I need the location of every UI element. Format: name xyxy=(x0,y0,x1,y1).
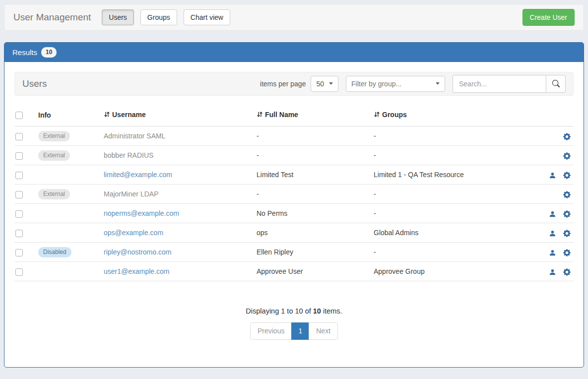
full-name-cell: No Perms xyxy=(257,204,374,223)
column-header-full-name[interactable]: Full Name xyxy=(257,99,374,126)
full-name-cell: Ellen Ripley xyxy=(257,243,374,262)
items-per-page-select[interactable]: 50 xyxy=(311,76,338,92)
gear-icon[interactable] xyxy=(563,230,571,237)
results-panel-body: Users items per page 50 Filter by group.… xyxy=(4,62,584,350)
row-actions xyxy=(535,262,574,281)
sort-arrows-icon xyxy=(104,111,110,118)
full-name-cell: Approvee User xyxy=(257,262,374,281)
info-badge: External xyxy=(38,150,70,161)
row-actions xyxy=(535,126,574,146)
sort-arrows-icon xyxy=(257,111,263,118)
table-row: External MajorMiner LDAP - - xyxy=(14,185,574,204)
row-checkbox[interactable] xyxy=(15,210,23,218)
row-actions xyxy=(535,243,574,262)
username-cell-text[interactable]: noperms@example.com xyxy=(104,209,179,217)
user-icon[interactable] xyxy=(549,172,556,179)
items-per-page-value: 50 xyxy=(316,80,324,88)
user-icon[interactable] xyxy=(549,249,556,256)
username-cell-text[interactable]: ops@example.com xyxy=(104,229,163,237)
full-name-cell: Limited Test xyxy=(257,165,374,185)
table-row: External Administrator SAML - - xyxy=(14,126,574,146)
search-group xyxy=(453,75,566,93)
gear-icon[interactable] xyxy=(563,210,571,218)
gear-icon[interactable] xyxy=(563,268,571,276)
username-cell-text: bobber RADIUS xyxy=(104,151,153,159)
gear-icon[interactable] xyxy=(563,172,571,179)
groups-cell: - xyxy=(374,204,535,223)
total-items-count: 10 xyxy=(313,307,321,315)
user-icon[interactable] xyxy=(549,230,556,237)
username-cell-text[interactable]: ripley@nostromo.com xyxy=(104,248,171,256)
caret-down-icon xyxy=(329,82,333,85)
groups-cell: - xyxy=(374,185,535,204)
pagination-previous[interactable]: Previous xyxy=(250,322,292,340)
table-row: noperms@example.com No Perms - xyxy=(14,204,574,223)
group-filter-select[interactable]: Filter by group... xyxy=(346,76,445,92)
column-header-username[interactable]: Username xyxy=(104,99,257,126)
row-actions xyxy=(535,165,574,185)
full-name-cell: - xyxy=(257,126,374,146)
info-badge: External xyxy=(38,131,70,142)
tab-chart-view[interactable]: Chart view xyxy=(184,9,230,26)
users-section-heading: Users xyxy=(22,78,47,89)
groups-cell: Limited 1 - QA Test Resource xyxy=(374,165,535,185)
row-checkbox[interactable] xyxy=(15,191,23,198)
row-checkbox[interactable] xyxy=(15,268,23,276)
row-checkbox[interactable] xyxy=(15,249,23,256)
groups-cell: Approvee Group xyxy=(374,262,535,281)
select-all-checkbox[interactable] xyxy=(15,112,23,119)
column-header-info: Info xyxy=(38,99,104,126)
row-checkbox[interactable] xyxy=(15,133,23,140)
results-title: Results xyxy=(12,48,37,57)
info-badge: External xyxy=(38,189,70,200)
user-icon[interactable] xyxy=(549,268,556,276)
row-checkbox[interactable] xyxy=(15,152,23,160)
pagination-next[interactable]: Next xyxy=(309,322,338,340)
results-count-badge: 10 xyxy=(41,47,57,58)
full-name-cell: ops xyxy=(257,223,374,243)
tab-groups[interactable]: Groups xyxy=(140,9,177,26)
row-checkbox[interactable] xyxy=(15,230,23,237)
table-row: ops@example.com ops Global Admins xyxy=(14,223,574,243)
gear-icon[interactable] xyxy=(563,249,571,256)
info-badge: Disabled xyxy=(38,247,71,258)
pagination-page-1[interactable]: 1 xyxy=(291,322,309,340)
user-table-body: External Administrator SAML - - External… xyxy=(14,126,574,281)
row-actions xyxy=(535,223,574,243)
pagination: Previous 1 Next xyxy=(14,322,574,340)
search-input[interactable] xyxy=(453,75,546,93)
displaying-info: Displaying 1 to 10 of 10 items. xyxy=(14,307,574,315)
row-actions xyxy=(535,146,574,165)
gear-icon[interactable] xyxy=(563,133,571,140)
magnifier-icon xyxy=(552,80,560,87)
full-name-cell: - xyxy=(257,185,374,204)
results-panel-header: Results 10 xyxy=(4,43,584,62)
username-cell-text[interactable]: limited@example.com xyxy=(104,171,172,179)
users-toolbar: Users items per page 50 Filter by group.… xyxy=(14,72,574,96)
results-panel: Results 10 Users items per page 50 Filte… xyxy=(4,42,584,368)
table-row: Disabled ripley@nostromo.com Ellen Riple… xyxy=(14,243,574,262)
gear-icon[interactable] xyxy=(563,152,571,160)
sort-arrows-icon xyxy=(374,111,380,118)
users-table: Info Username xyxy=(14,99,574,282)
toolbar-controls: items per page 50 Filter by group... xyxy=(260,75,566,93)
row-actions xyxy=(535,185,574,204)
gear-icon[interactable] xyxy=(563,191,571,198)
search-button[interactable] xyxy=(546,75,566,93)
table-row: limited@example.com Limited Test Limited… xyxy=(14,165,574,185)
tab-users[interactable]: Users xyxy=(102,9,134,26)
full-name-cell: - xyxy=(257,146,374,165)
column-header-groups[interactable]: Groups xyxy=(374,99,535,126)
user-icon[interactable] xyxy=(549,210,556,218)
username-cell-text: MajorMiner LDAP xyxy=(104,190,158,198)
page-title: User Management xyxy=(13,12,91,23)
top-bar: User Management Users Groups Chart view … xyxy=(4,4,584,31)
groups-cell: - xyxy=(374,146,535,165)
create-user-button[interactable]: Create User xyxy=(523,9,575,26)
group-filter-placeholder: Filter by group... xyxy=(351,80,401,88)
groups-cell: - xyxy=(374,243,535,262)
items-per-page-label: items per page xyxy=(260,80,306,88)
row-checkbox[interactable] xyxy=(15,172,23,179)
username-cell-text[interactable]: user1@example.com xyxy=(104,267,170,275)
groups-cell: Global Admins xyxy=(374,223,535,243)
